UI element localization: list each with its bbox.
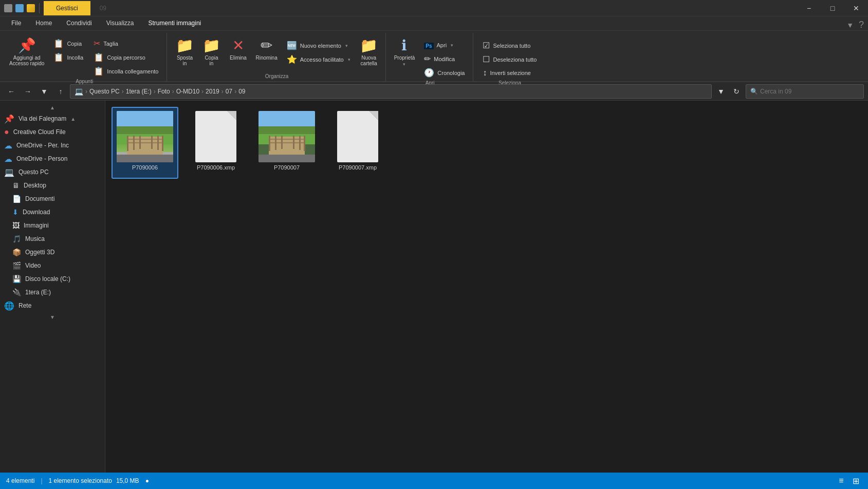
- file-thumbnail-p7090007: [258, 111, 315, 162]
- copy-button[interactable]: 📋 Copia: [49, 37, 87, 50]
- file-item-p7090006-xmp[interactable]: P7090006.xmp: [182, 107, 249, 179]
- paste-link-button[interactable]: 📋 Incolla collegamento: [89, 65, 162, 78]
- file-item-p7090007[interactable]: P7090007: [253, 107, 320, 179]
- sidebar-icon-onedrive-person: ☁: [4, 154, 12, 164]
- maximize-button[interactable]: □: [821, 0, 844, 16]
- move-button[interactable]: 📁 Sposta in: [172, 35, 197, 68]
- history-button[interactable]: 🕐 Cronologia: [420, 66, 469, 79]
- pin-button[interactable]: 📌 Aggiungi ad Accesso rapido: [6, 35, 47, 68]
- search-box[interactable]: 🔍: [746, 84, 864, 99]
- title-tab-number[interactable]: 09: [94, 1, 113, 15]
- scissors-icon: ✂: [94, 39, 100, 48]
- copy-path-button[interactable]: 📋 Copia percorso: [89, 51, 162, 64]
- sidebar-label-rete: Rete: [19, 302, 31, 309]
- close-button[interactable]: ✕: [844, 0, 868, 16]
- sidebar-item-immagini[interactable]: 🖼 Immagini: [0, 219, 105, 232]
- status-size: 15,0 MB: [116, 477, 139, 484]
- path-part-7: 09: [238, 88, 245, 95]
- file-doc-icon-xmp2: [337, 111, 378, 162]
- sidebar-item-video[interactable]: 🎬 Video: [0, 259, 105, 272]
- sidebar-item-rete[interactable]: 🌐 Rete: [0, 299, 105, 312]
- sidebar-item-questo-pc[interactable]: 💻 Questo PC: [0, 165, 105, 179]
- sidebar-item-oggetti3d[interactable]: 📦 Oggetti 3D: [0, 246, 105, 259]
- tab-file[interactable]: File: [4, 16, 28, 30]
- sidebar-item-creative-cloud[interactable]: ● Creative Cloud File: [0, 125, 105, 139]
- sidebar-label-disco-locale: Disco locale (C:): [25, 275, 70, 283]
- delete-button[interactable]: ✕ Elimina: [226, 35, 250, 63]
- modify-button[interactable]: ✏ Modifica: [420, 52, 469, 65]
- path-part-1: Questo PC: [89, 88, 120, 95]
- sidebar-item-desktop[interactable]: 🖥 Desktop: [0, 179, 105, 192]
- copy-icon: 📋: [53, 39, 64, 48]
- new-item-button[interactable]: 🆕 Nuovo elemento ▾: [283, 39, 355, 52]
- sidebar-item-via-falegnam[interactable]: 📌 Via dei Falegnam ▲: [0, 112, 105, 125]
- file-area[interactable]: P7090006 P7090006.xmp: [105, 101, 868, 473]
- view-tiles-button[interactable]: ⊞: [849, 475, 862, 487]
- refresh-button[interactable]: ↻: [729, 84, 744, 99]
- sidebar-item-onedrive-per[interactable]: ☁ OneDrive - Per. Inc: [0, 139, 105, 152]
- sidebar-label-video: Video: [25, 262, 41, 269]
- new-folder-button[interactable]: 📁 Nuova cartella: [357, 35, 381, 68]
- back-button[interactable]: ←: [4, 84, 19, 99]
- sidebar-label-1tera: 1tera (E:): [25, 289, 51, 296]
- open-button[interactable]: Ps Apri ▾: [420, 39, 469, 51]
- title-tab-active[interactable]: Gestisci: [44, 1, 90, 15]
- sidebar-icon-video: 🎬: [12, 261, 21, 270]
- address-dropdown[interactable]: ▼: [714, 84, 728, 99]
- cut-button[interactable]: ✂ Taglia: [89, 37, 162, 50]
- copy-to-button[interactable]: 📁 Copia in: [199, 35, 224, 68]
- search-input[interactable]: [760, 88, 859, 95]
- minimize-button[interactable]: −: [797, 0, 821, 16]
- address-controls: ▼ ↻: [714, 84, 744, 99]
- tab-view[interactable]: Visualizza: [99, 16, 141, 30]
- view-details-button[interactable]: ≡: [835, 475, 847, 487]
- svg-rect-13: [258, 111, 315, 129]
- file-name-p7090006-xmp: P7090006.xmp: [197, 164, 235, 171]
- sidebar-label-questo-pc: Questo PC: [19, 168, 49, 176]
- properties-button[interactable]: ℹ Proprietà ▾: [391, 35, 418, 69]
- invert-button[interactable]: ↕ Inverti selezione: [478, 67, 541, 79]
- status-count: 4 elementi: [6, 477, 34, 484]
- tab-share[interactable]: Condividi: [59, 16, 99, 30]
- sidebar-icon-via-falegnam: 📌: [4, 114, 14, 124]
- sidebar-item-download[interactable]: ⬇ Download: [0, 205, 105, 219]
- sidebar-item-disco-locale[interactable]: 💾 Disco locale (C:): [0, 272, 105, 286]
- easy-access-button[interactable]: ⭐ Accesso facilitato ▾: [283, 53, 355, 66]
- rename-button[interactable]: ✏ Rinomina: [252, 35, 280, 63]
- select-all-button[interactable]: ☑ Seleziona tutto: [478, 39, 541, 52]
- pin-label: Aggiungi ad Accesso rapido: [9, 55, 44, 66]
- dropdown-button[interactable]: ▼: [37, 84, 51, 99]
- tab-home[interactable]: Home: [28, 16, 59, 30]
- sidebar-scroll-up[interactable]: ▲: [0, 103, 105, 112]
- sidebar-item-onedrive-person[interactable]: ☁ OneDrive - Person: [0, 152, 105, 165]
- ribbon-group-open: ℹ Proprietà ▾ Ps Apri ▾ ✏ Modifica 🕐: [387, 33, 474, 81]
- sidebar-item-musica[interactable]: 🎵 Musica: [0, 232, 105, 246]
- open-arrow: ▾: [451, 43, 453, 48]
- file-item-p7090007-xmp[interactable]: P7090007.xmp: [324, 107, 391, 179]
- sidebar-item-documenti[interactable]: 📄 Documenti: [0, 192, 105, 205]
- address-path[interactable]: 💻 › Questo PC › 1tera (E:) › Foto › O-MD…: [70, 84, 712, 99]
- path-part-2: 1tera (E:): [126, 88, 152, 95]
- move-icon: 📁: [176, 37, 194, 54]
- select-all-icon: ☑: [483, 41, 490, 50]
- sidebar-label-via-falegnam: Via dei Falegnam: [19, 115, 66, 122]
- ribbon-collapse[interactable]: ▼ ?: [846, 20, 868, 30]
- sidebar-arrow-via-falegnam: ▲: [70, 116, 76, 122]
- paste-button[interactable]: 📋 Incolla: [49, 51, 87, 64]
- svg-rect-19: [281, 136, 283, 149]
- status-right: ≡ ⊞: [835, 475, 862, 487]
- sidebar-item-1tera[interactable]: 🔌 1tera (E:): [0, 286, 105, 299]
- ribbon-group-open-content: ℹ Proprietà ▾ Ps Apri ▾ ✏ Modifica 🕐: [391, 33, 469, 79]
- sidebar-icon-documenti: 📄: [12, 195, 21, 203]
- svg-rect-6: [139, 136, 141, 149]
- forward-button[interactable]: →: [21, 84, 35, 99]
- new-item-icon: 🆕: [287, 41, 297, 50]
- file-item-p7090006[interactable]: P7090006: [112, 107, 178, 179]
- rename-icon: ✏: [261, 37, 272, 54]
- sidebar-label-documenti: Documenti: [25, 195, 54, 202]
- file-doc-icon-xmp1: [195, 111, 236, 162]
- deselect-button[interactable]: ☐ Deseleziona tutto: [478, 53, 541, 66]
- up-button[interactable]: ↑: [53, 84, 68, 99]
- sidebar-scroll-down[interactable]: ▼: [0, 312, 105, 322]
- tab-manage[interactable]: Strumenti immagini: [141, 16, 209, 30]
